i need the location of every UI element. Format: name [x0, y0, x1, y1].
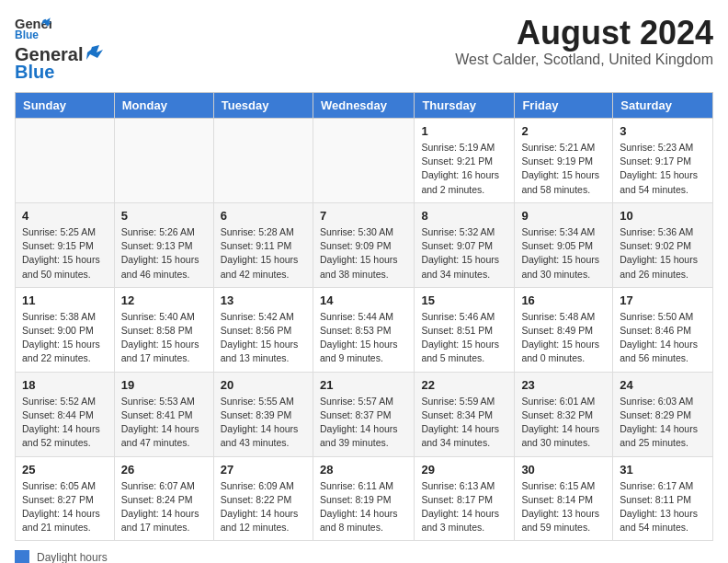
- day-info: Sunrise: 5:55 AM Sunset: 8:39 PM Dayligh…: [221, 395, 306, 451]
- calendar-cell: 13Sunrise: 5:42 AM Sunset: 8:56 PM Dayli…: [213, 287, 313, 372]
- calendar-header-saturday: Saturday: [613, 93, 713, 119]
- day-number: 5: [121, 209, 207, 223]
- day-info: Sunrise: 5:19 AM Sunset: 9:21 PM Dayligh…: [421, 141, 507, 197]
- calendar-cell: [213, 119, 313, 203]
- day-info: Sunrise: 5:30 AM Sunset: 9:09 PM Dayligh…: [320, 225, 407, 282]
- calendar-cell: 26Sunrise: 6:07 AM Sunset: 8:24 PM Dayli…: [114, 456, 213, 541]
- day-info: Sunrise: 5:21 AM Sunset: 9:19 PM Dayligh…: [521, 141, 606, 197]
- day-info: Sunrise: 5:28 AM Sunset: 9:11 PM Dayligh…: [221, 225, 306, 282]
- day-info: Sunrise: 5:57 AM Sunset: 8:37 PM Dayligh…: [320, 395, 407, 451]
- day-info: Sunrise: 5:53 AM Sunset: 8:41 PM Dayligh…: [121, 395, 207, 451]
- calendar-week-row: 25Sunrise: 6:05 AM Sunset: 8:27 PM Dayli…: [16, 456, 713, 541]
- calendar-cell: 15Sunrise: 5:46 AM Sunset: 8:51 PM Dayli…: [415, 287, 515, 372]
- day-number: 23: [521, 378, 606, 392]
- calendar-cell: 6Sunrise: 5:28 AM Sunset: 9:11 PM Daylig…: [213, 202, 313, 287]
- calendar-cell: 5Sunrise: 5:26 AM Sunset: 9:13 PM Daylig…: [114, 202, 213, 287]
- day-number: 10: [620, 209, 706, 223]
- calendar-cell: 29Sunrise: 6:13 AM Sunset: 8:17 PM Dayli…: [415, 456, 515, 541]
- calendar-cell: 7Sunrise: 5:30 AM Sunset: 9:09 PM Daylig…: [313, 202, 414, 287]
- logo: General Blue General Blue: [15, 15, 103, 83]
- day-number: 11: [22, 293, 108, 307]
- page-header: General Blue General Blue August 2024 We…: [15, 15, 713, 83]
- day-number: 17: [620, 293, 706, 307]
- day-number: 7: [320, 209, 407, 223]
- title-area: August 2024 West Calder, Scotland, Unite…: [455, 15, 713, 68]
- calendar-cell: 10Sunrise: 5:36 AM Sunset: 9:02 PM Dayli…: [613, 202, 713, 287]
- day-info: Sunrise: 5:42 AM Sunset: 8:56 PM Dayligh…: [221, 310, 306, 366]
- svg-text:Blue: Blue: [15, 29, 39, 40]
- calendar-cell: 9Sunrise: 5:34 AM Sunset: 9:05 PM Daylig…: [515, 202, 613, 287]
- day-number: 15: [421, 293, 507, 307]
- calendar-cell: [114, 119, 213, 203]
- day-info: Sunrise: 6:07 AM Sunset: 8:24 PM Dayligh…: [121, 479, 207, 535]
- calendar-cell: 14Sunrise: 5:44 AM Sunset: 8:53 PM Dayli…: [313, 287, 414, 372]
- day-number: 19: [121, 378, 207, 392]
- logo-bird-icon: [83, 45, 103, 65]
- page-subtitle: West Calder, Scotland, United Kingdom: [455, 52, 713, 68]
- day-info: Sunrise: 6:11 AM Sunset: 8:19 PM Dayligh…: [320, 479, 407, 535]
- day-number: 24: [620, 378, 706, 392]
- day-number: 8: [421, 209, 507, 223]
- day-info: Sunrise: 6:15 AM Sunset: 8:14 PM Dayligh…: [521, 479, 606, 535]
- page-title: August 2024: [455, 15, 713, 52]
- calendar-cell: [16, 119, 115, 203]
- calendar-cell: 11Sunrise: 5:38 AM Sunset: 9:00 PM Dayli…: [16, 287, 115, 372]
- day-info: Sunrise: 5:32 AM Sunset: 9:07 PM Dayligh…: [421, 225, 507, 282]
- calendar-cell: 20Sunrise: 5:55 AM Sunset: 8:39 PM Dayli…: [213, 372, 313, 456]
- day-info: Sunrise: 5:50 AM Sunset: 8:46 PM Dayligh…: [620, 310, 706, 366]
- calendar-header-monday: Monday: [114, 93, 213, 119]
- day-number: 3: [620, 124, 706, 138]
- calendar-cell: 12Sunrise: 5:40 AM Sunset: 8:58 PM Dayli…: [114, 287, 213, 372]
- calendar-cell: [313, 119, 414, 203]
- day-number: 12: [121, 293, 207, 307]
- day-info: Sunrise: 5:48 AM Sunset: 8:49 PM Dayligh…: [521, 310, 606, 366]
- day-number: 27: [221, 463, 306, 477]
- calendar-header-friday: Friday: [515, 93, 613, 119]
- day-number: 25: [22, 463, 108, 477]
- day-number: 4: [22, 209, 108, 223]
- calendar-cell: 16Sunrise: 5:48 AM Sunset: 8:49 PM Dayli…: [515, 287, 613, 372]
- day-info: Sunrise: 5:40 AM Sunset: 8:58 PM Dayligh…: [121, 310, 207, 366]
- day-number: 21: [320, 378, 407, 392]
- day-info: Sunrise: 6:01 AM Sunset: 8:32 PM Dayligh…: [521, 395, 606, 451]
- calendar-cell: 1Sunrise: 5:19 AM Sunset: 9:21 PM Daylig…: [415, 119, 515, 203]
- calendar-cell: 21Sunrise: 5:57 AM Sunset: 8:37 PM Dayli…: [313, 372, 414, 456]
- calendar-cell: 31Sunrise: 6:17 AM Sunset: 8:11 PM Dayli…: [613, 456, 713, 541]
- day-number: 18: [22, 378, 108, 392]
- day-number: 31: [620, 463, 706, 477]
- day-number: 9: [521, 209, 606, 223]
- calendar-table: SundayMondayTuesdayWednesdayThursdayFrid…: [15, 92, 713, 541]
- day-info: Sunrise: 6:03 AM Sunset: 8:29 PM Dayligh…: [620, 395, 706, 451]
- calendar-cell: 25Sunrise: 6:05 AM Sunset: 8:27 PM Dayli…: [16, 456, 115, 541]
- day-info: Sunrise: 6:05 AM Sunset: 8:27 PM Dayligh…: [22, 479, 108, 535]
- calendar-week-row: 1Sunrise: 5:19 AM Sunset: 9:21 PM Daylig…: [16, 119, 713, 203]
- day-info: Sunrise: 6:09 AM Sunset: 8:22 PM Dayligh…: [221, 479, 306, 535]
- day-number: 26: [121, 463, 207, 477]
- day-number: 16: [521, 293, 606, 307]
- calendar-cell: 3Sunrise: 5:23 AM Sunset: 9:17 PM Daylig…: [613, 119, 713, 203]
- calendar-cell: 18Sunrise: 5:52 AM Sunset: 8:44 PM Dayli…: [16, 372, 115, 456]
- day-number: 2: [521, 124, 606, 138]
- legend-label: Daylight hours: [37, 551, 108, 563]
- day-info: Sunrise: 6:13 AM Sunset: 8:17 PM Dayligh…: [421, 479, 507, 535]
- calendar-cell: 22Sunrise: 5:59 AM Sunset: 8:34 PM Dayli…: [415, 372, 515, 456]
- logo-blue: Blue: [15, 62, 54, 83]
- day-info: Sunrise: 5:44 AM Sunset: 8:53 PM Dayligh…: [320, 310, 407, 366]
- calendar-week-row: 18Sunrise: 5:52 AM Sunset: 8:44 PM Dayli…: [16, 372, 713, 456]
- calendar-cell: 28Sunrise: 6:11 AM Sunset: 8:19 PM Dayli…: [313, 456, 414, 541]
- calendar-cell: 19Sunrise: 5:53 AM Sunset: 8:41 PM Dayli…: [114, 372, 213, 456]
- calendar-header-row: SundayMondayTuesdayWednesdayThursdayFrid…: [16, 93, 713, 119]
- day-info: Sunrise: 5:25 AM Sunset: 9:15 PM Dayligh…: [22, 225, 108, 282]
- calendar-cell: 8Sunrise: 5:32 AM Sunset: 9:07 PM Daylig…: [415, 202, 515, 287]
- day-number: 20: [221, 378, 306, 392]
- calendar-header-sunday: Sunday: [16, 93, 115, 119]
- day-info: Sunrise: 6:17 AM Sunset: 8:11 PM Dayligh…: [620, 479, 706, 535]
- day-number: 6: [221, 209, 306, 223]
- day-info: Sunrise: 5:38 AM Sunset: 9:00 PM Dayligh…: [22, 310, 108, 366]
- day-number: 13: [221, 293, 306, 307]
- day-info: Sunrise: 5:52 AM Sunset: 8:44 PM Dayligh…: [22, 395, 108, 451]
- day-info: Sunrise: 5:46 AM Sunset: 8:51 PM Dayligh…: [421, 310, 507, 366]
- calendar-cell: 27Sunrise: 6:09 AM Sunset: 8:22 PM Dayli…: [213, 456, 313, 541]
- day-number: 28: [320, 463, 407, 477]
- calendar-header-thursday: Thursday: [415, 93, 515, 119]
